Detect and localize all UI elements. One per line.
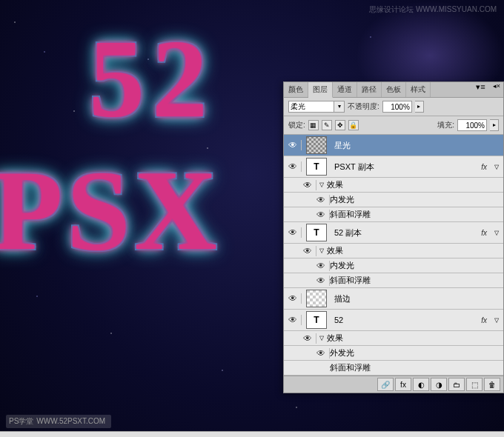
lock-all-icon[interactable]: 🔒 [348,120,359,130]
visibility-toggle[interactable]: 👁 [284,315,302,325]
effect-name: 斜面和浮雕 [330,273,371,287]
lock-transparency-icon[interactable]: ▦ [308,120,319,130]
fx-collapse-icon[interactable]: ▽ [490,164,503,170]
visibility-toggle[interactable]: 👁 [312,276,330,286]
eye-icon: 👁 [316,276,325,286]
effect-outer-glow[interactable]: 👁 外发光 [284,346,503,361]
neon-text-psx: PSX [0,144,221,277]
layer-name[interactable]: 描边 [331,293,503,304]
layers-bottom-bar: 🔗 fx ◐ ◑ 🗀 ⬚ 🗑 [284,376,503,393]
eye-icon: 👁 [303,333,312,344]
layer-style-icon[interactable]: fx [395,378,411,391]
fx-collapse-icon[interactable]: ▽ [490,230,503,236]
eye-icon: 👁 [303,180,312,190]
panel-menu-icon[interactable]: ▾≡ [471,82,489,97]
visibility-toggle[interactable]: 👁 [284,140,302,150]
eye-icon: 👁 [316,210,325,220]
visibility-toggle[interactable]: 👁 [312,348,330,358]
triangle-down-icon[interactable]: ▽ [316,335,327,341]
opacity-slider-icon[interactable]: ▸ [415,101,424,113]
fx-badge: fx [478,316,490,324]
watermark-top: 思缘设计论坛 WWW.MISSYUAN.COM [369,4,497,15]
visibility-toggle[interactable]: 👁 [312,261,330,271]
tab-styles[interactable]: 样式 [406,82,431,97]
eye-icon: 👁 [288,161,297,172]
eye-icon: 👁 [288,140,297,150]
effects-label: 效果 [327,331,343,345]
layer-row-starlight[interactable]: 👁 星光 [284,135,503,156]
tab-paths[interactable]: 路径 [357,82,382,97]
lock-pixels-icon[interactable]: ✎ [322,120,332,130]
eye-icon: 👁 [288,227,297,238]
visibility-toggle[interactable]: 👁 [312,195,330,205]
layer-thumbnail-text[interactable]: T [306,224,327,241]
eye-icon: 👁 [288,293,297,304]
layer-row-52-copy[interactable]: 👁 T 52 副本 fx ▽ [284,222,503,244]
effect-inner-glow[interactable]: 👁 内发光 [284,193,503,207]
visibility-toggle[interactable]: 👁 [299,246,316,256]
link-layers-icon[interactable]: 🔗 [377,378,394,391]
delete-layer-icon[interactable]: 🗑 [484,378,500,391]
effect-name: 内发光 [330,258,354,273]
eye-icon: 👁 [316,348,325,358]
effect-bevel[interactable]: 斜面和浮雕 [284,361,503,376]
layer-mask-icon[interactable]: ◐ [413,378,429,391]
new-group-icon[interactable]: 🗀 [448,378,465,391]
blend-opacity-row: ▾ 不透明度: ▸ [284,98,503,116]
blend-mode-select[interactable]: ▾ [288,101,345,113]
fx-badge: fx [478,229,490,237]
layer-name[interactable]: 52 [331,316,478,324]
layers-list: 👁 星光 👁 T PSXT 副本 fx ▽ 👁 ▽ 效果 👁 内发光 👁 斜面和… [284,135,503,376]
visibility-toggle[interactable]: 👁 [299,180,316,190]
watermark-bottom: PS学堂WWW.52PSXT.COM [6,415,111,428]
effect-name: 斜面和浮雕 [330,207,371,221]
effects-label: 效果 [327,244,343,258]
fx-collapse-icon[interactable]: ▽ [490,317,503,324]
effect-name: 外发光 [330,346,354,360]
tab-layers[interactable]: 图层 [308,82,333,98]
tab-color[interactable]: 颜色 [284,82,308,97]
effect-bevel[interactable]: 👁 斜面和浮雕 [284,207,503,222]
layer-name[interactable]: 52 副本 [331,227,478,238]
visibility-toggle[interactable]: 👁 [284,161,302,172]
lock-fill-row: 锁定: ▦ ✎ ✥ 🔒 填充: ▸ [284,116,503,135]
fill-slider-icon[interactable]: ▸ [490,119,499,131]
eye-icon: 👁 [288,315,297,325]
eye-icon: 👁 [316,261,325,271]
panel-close-icon[interactable]: ◂× [490,82,503,97]
visibility-toggle[interactable]: 👁 [284,293,302,304]
layer-thumbnail[interactable] [306,136,327,154]
lock-position-icon[interactable]: ✥ [335,120,345,130]
effect-bevel[interactable]: 👁 斜面和浮雕 [284,273,503,288]
effect-name: 内发光 [330,193,354,207]
visibility-toggle[interactable]: 👁 [299,333,316,344]
blend-mode-dropdown-icon[interactable]: ▾ [334,101,345,113]
tab-swatches[interactable]: 色板 [382,82,406,97]
layer-row-52[interactable]: 👁 T 52 fx ▽ [284,310,503,331]
layer-name[interactable]: 星光 [331,140,503,151]
layer-thumbnail[interactable] [306,290,327,307]
layer-name[interactable]: PSXT 副本 [331,161,478,173]
triangle-down-icon[interactable]: ▽ [316,181,327,188]
layer-thumbnail-text[interactable]: T [306,158,327,176]
effects-label: 效果 [327,178,343,192]
new-layer-icon[interactable]: ⬚ [466,378,483,391]
layer-row-psxt-copy[interactable]: 👁 T PSXT 副本 fx ▽ [284,156,503,178]
eye-icon: 👁 [316,195,325,205]
blend-mode-value[interactable] [288,101,334,113]
layer-thumbnail-text[interactable]: T [306,311,327,329]
fill-input[interactable] [457,119,487,131]
panel-tabs: 颜色 图层 通道 路径 色板 样式 ▾≡ ◂× [284,82,503,98]
effects-group: 👁 ▽ 效果 [284,178,503,193]
visibility-toggle[interactable]: 👁 [312,210,330,220]
layer-row-stroke[interactable]: 👁 描边 [284,288,503,310]
fx-badge: fx [478,163,490,171]
opacity-input[interactable] [382,101,412,113]
effect-name: 斜面和浮雕 [330,361,371,375]
triangle-down-icon[interactable]: ▽ [316,247,327,254]
tab-channels[interactable]: 通道 [333,82,357,97]
lock-label: 锁定: [288,120,305,130]
effect-inner-glow[interactable]: 👁 内发光 [284,258,503,273]
visibility-toggle[interactable]: 👁 [284,227,302,238]
adjustment-layer-icon[interactable]: ◑ [431,378,447,391]
